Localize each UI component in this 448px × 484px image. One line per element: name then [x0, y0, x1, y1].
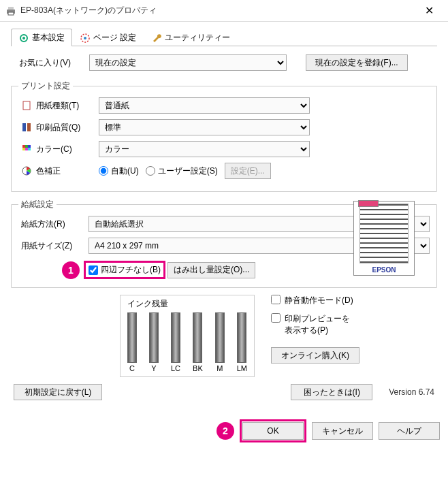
ink-bar-m: [215, 312, 225, 363]
svg-rect-12: [28, 145, 31, 148]
printer-icon: [5, 5, 16, 16]
favorite-select[interactable]: 現在の設定: [89, 54, 287, 71]
tab-bar: 基本設定 ページ 設定 ユーティリティー: [11, 29, 437, 46]
favorite-row: お気に入り(V) 現在の設定 現在の設定を登録(F)...: [19, 54, 437, 71]
favorite-label: お気に入り(V): [19, 57, 84, 69]
quiet-mode-label: 静音動作モード(D): [285, 295, 353, 306]
quality-select[interactable]: 標準: [99, 119, 310, 135]
quality-label: 印刷品質(Q): [36, 122, 80, 133]
ink-bar-lm: [237, 312, 246, 363]
callout-1: 1: [62, 261, 80, 279]
paper-size-label: 用紙サイズ(Z): [21, 240, 84, 252]
color-grid-icon: [21, 144, 32, 155]
paper-settings-legend: 給紙設定: [18, 199, 57, 210]
callout-2: 2: [217, 422, 234, 440]
paper-preview: EPSON: [353, 201, 415, 276]
extend-settings-button[interactable]: はみ出し量設定(O)...: [167, 262, 255, 278]
help-button[interactable]: ヘルプ: [379, 422, 440, 440]
svg-rect-7: [23, 101, 30, 110]
gear-icon: [18, 33, 29, 44]
color-select[interactable]: カラー: [99, 141, 310, 157]
color-settings-button: 設定(E)...: [225, 163, 271, 179]
register-favorite-button[interactable]: 現在の設定を登録(F)...: [306, 54, 408, 71]
paper-type-select[interactable]: 普通紙: [99, 97, 310, 114]
titlebar: EP-803A(ネットワーク)のプロパティ ✕: [0, 0, 448, 22]
ok-highlight: OK: [240, 419, 306, 442]
troubleshoot-button[interactable]: 困ったときは(I): [291, 384, 372, 400]
quiet-mode-checkbox[interactable]: [271, 295, 281, 304]
radio-auto[interactable]: 自動(U): [99, 165, 139, 177]
color-wheel-icon: [21, 165, 32, 176]
svg-rect-8: [22, 123, 26, 131]
tab-utility[interactable]: ユーティリティー: [144, 29, 238, 46]
page-icon: [80, 33, 91, 44]
feed-method-label: 給紙方法(R): [21, 219, 84, 230]
preview-logo: EPSON: [372, 266, 396, 274]
version-label: Version 6.74: [389, 387, 434, 397]
content-area: 基本設定 ページ 設定 ユーティリティー お気に入り(V) 現在の設定 現在の設…: [0, 22, 448, 400]
svg-rect-13: [22, 148, 25, 150]
tab-basic[interactable]: 基本設定: [11, 29, 72, 46]
right-options: 静音動作モード(D) 印刷プレビューを 表示する(P) オンライン購入(K): [271, 295, 359, 364]
svg-point-4: [22, 37, 25, 39]
borderless-label: 四辺フチなし(B): [101, 264, 161, 276]
print-preview-checkbox[interactable]: [271, 313, 281, 323]
ink-bar-lc: [171, 312, 180, 363]
paper-icon: [21, 100, 32, 111]
svg-rect-10: [22, 145, 25, 148]
svg-rect-14: [25, 148, 28, 150]
ink-section: インク残量 C Y LC BK M LM 静音動作モード(D) 印刷プレビューを…: [11, 295, 437, 377]
preview-lines-icon: [359, 204, 409, 263]
ink-bar-c: [127, 312, 137, 363]
print-preview-row[interactable]: 印刷プレビューを 表示する(P): [271, 313, 359, 336]
ink-bar-y: [149, 312, 159, 363]
dialog-buttons: 2 OK キャンセル ヘルプ: [0, 419, 440, 442]
reset-defaults-button[interactable]: 初期設定に戻す(L): [14, 384, 102, 400]
quality-icon: [21, 122, 32, 133]
preview-tab-icon: [358, 200, 379, 207]
ok-button[interactable]: OK: [242, 422, 304, 440]
ink-bar-bk: [193, 312, 202, 363]
print-settings-group: プリント設定 用紙種類(T) 普通紙 印刷品質(Q) 標準 カラー(C) カラー: [11, 80, 437, 192]
close-icon[interactable]: ✕: [415, 1, 443, 20]
tab-page[interactable]: ページ 設定: [72, 29, 144, 46]
color-label: カラー(C): [36, 144, 72, 155]
tab-label: 基本設定: [32, 32, 65, 44]
svg-point-6: [84, 37, 86, 39]
print-settings-legend: プリント設定: [18, 80, 73, 92]
tab-label: ユーティリティー: [165, 32, 230, 44]
borderless-highlight: 四辺フチなし(B): [84, 261, 165, 279]
color-correction-label: 色補正: [36, 165, 61, 177]
tab-label: ページ 設定: [93, 32, 136, 44]
radio-auto-input[interactable]: [99, 166, 108, 176]
svg-rect-2: [8, 12, 14, 15]
bottom-row: 初期設定に戻す(L) 困ったときは(I) Version 6.74: [14, 384, 434, 400]
cancel-button[interactable]: キャンセル: [312, 422, 373, 440]
ink-title: インク残量: [127, 298, 247, 310]
radio-user-input[interactable]: [146, 166, 155, 176]
svg-rect-1: [8, 7, 14, 10]
wrench-icon: [151, 33, 162, 44]
paper-type-label: 用紙種類(T): [36, 100, 79, 112]
svg-rect-15: [28, 148, 31, 150]
window-title: EP-803A(ネットワーク)のプロパティ: [20, 5, 415, 16]
ink-box: インク残量 C Y LC BK M LM: [120, 295, 255, 377]
svg-rect-9: [27, 123, 31, 131]
quiet-mode-row[interactable]: 静音動作モード(D): [271, 295, 359, 306]
borderless-checkbox[interactable]: [89, 265, 98, 275]
online-purchase-button[interactable]: オンライン購入(K): [271, 347, 359, 364]
radio-user[interactable]: ユーザー設定(S): [146, 165, 218, 177]
svg-rect-11: [25, 145, 28, 148]
print-preview-label: 印刷プレビューを 表示する(P): [285, 313, 350, 336]
